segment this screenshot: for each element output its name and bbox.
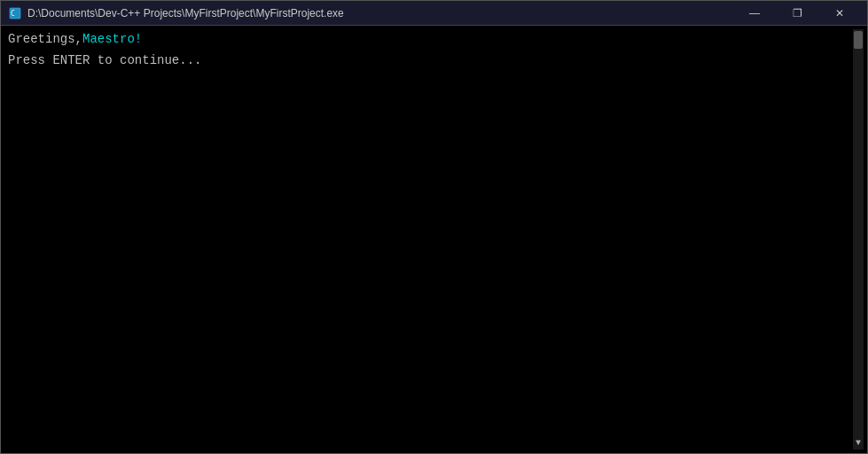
scrollbar[interactable]: ▼ [853, 29, 864, 450]
console-area: Greetings, Maestro! Press ENTER to conti… [1, 26, 867, 453]
title-bar-text: D:\Documents\Dev-C++ Projects\MyFirstPro… [27, 7, 344, 20]
terminal-icon: C [8, 6, 22, 20]
console-content: Greetings, Maestro! Press ENTER to conti… [4, 29, 853, 450]
close-button[interactable]: ✕ [819, 1, 860, 26]
title-bar: C D:\Documents\Dev-C++ Projects\MyFirstP… [1, 1, 867, 26]
title-bar-left: C D:\Documents\Dev-C++ Projects\MyFirstP… [8, 6, 344, 20]
minimize-button[interactable]: — [734, 1, 775, 26]
window: C D:\Documents\Dev-C++ Projects\MyFirstP… [0, 0, 868, 454]
title-bar-controls: — ❐ ✕ [734, 1, 860, 26]
greeting-line: Greetings, Maestro! [8, 31, 849, 49]
greeting-prefix: Greetings, [8, 31, 82, 49]
maximize-button[interactable]: ❐ [777, 1, 817, 26]
greeting-name: Maestro! [82, 31, 142, 49]
scrollbar-down-arrow[interactable]: ▼ [856, 438, 861, 450]
scrollbar-thumb [854, 31, 863, 49]
svg-text:C: C [11, 10, 15, 18]
press-line: Press ENTER to continue... [8, 52, 849, 70]
